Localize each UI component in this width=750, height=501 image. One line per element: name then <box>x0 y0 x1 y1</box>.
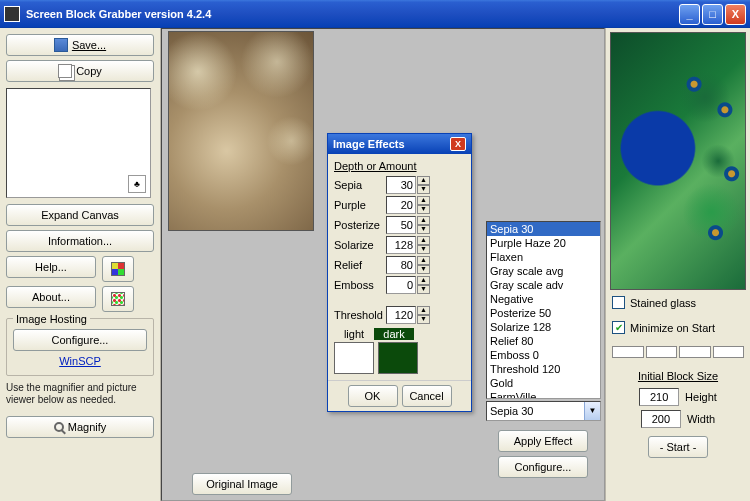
checkbox-icon <box>612 296 625 309</box>
dots-tool-button[interactable] <box>102 286 134 312</box>
save-button[interactable]: Save... <box>6 34 154 56</box>
winscp-link[interactable]: WinSCP <box>13 355 147 367</box>
dots-icon <box>111 292 125 306</box>
list-item[interactable]: Gray scale adv <box>487 278 600 292</box>
effect-value-input[interactable] <box>386 176 416 194</box>
checkbox-icon: ✔ <box>612 321 625 334</box>
effect-value-input[interactable] <box>386 216 416 234</box>
start-button[interactable]: - Start - <box>648 436 708 458</box>
close-window-button[interactable]: X <box>725 4 746 25</box>
effect-label: Posterize <box>334 219 386 231</box>
app-icon <box>4 6 20 22</box>
about-button[interactable]: About... <box>6 286 96 308</box>
apply-effect-button[interactable]: Apply Effect <box>498 430 588 452</box>
effects-listbox[interactable]: Sepia 30Purple Haze 20FlaxenGray scale a… <box>486 221 601 399</box>
sample-image <box>610 32 746 290</box>
hosting-legend: Image Hosting <box>13 313 90 325</box>
magnify-icon <box>54 422 64 432</box>
image-effects-dialog: Image Effects X Depth or Amount Sepia▲▼P… <box>327 133 472 412</box>
window-title: Screen Block Grabber version 4.2.4 <box>26 8 211 20</box>
effect-label: Purple <box>334 199 386 211</box>
height-label: Height <box>685 391 717 403</box>
effect-label: Solarize <box>334 239 386 251</box>
copy-icon <box>58 64 72 78</box>
help-button[interactable]: Help... <box>6 256 96 278</box>
magnify-button[interactable]: Magnify <box>6 416 154 438</box>
minimize-window-button[interactable]: _ <box>679 4 700 25</box>
list-item[interactable]: Solarize 128 <box>487 320 600 334</box>
spin-up[interactable]: ▲ <box>417 176 430 185</box>
spin-down[interactable]: ▼ <box>417 265 430 274</box>
copy-label: Copy <box>76 65 102 77</box>
list-item[interactable]: Gray scale avg <box>487 264 600 278</box>
spin-up[interactable]: ▲ <box>417 256 430 265</box>
spin-up[interactable]: ▲ <box>417 196 430 205</box>
effect-value-input[interactable] <box>386 256 416 274</box>
dark-label: dark <box>374 328 414 340</box>
effect-value-input[interactable] <box>386 196 416 214</box>
ok-button[interactable]: OK <box>348 385 398 407</box>
copy-button[interactable]: Copy <box>6 60 154 82</box>
window-titlebar: Screen Block Grabber version 4.2.4 _ □ X <box>0 0 750 28</box>
spin-down[interactable]: ▼ <box>417 185 430 194</box>
effect-value-input[interactable] <box>386 236 416 254</box>
save-icon <box>54 38 68 52</box>
combo-dropdown-button[interactable]: ▼ <box>584 402 600 420</box>
dialog-titlebar[interactable]: Image Effects X <box>328 134 471 154</box>
spin-down[interactable]: ▼ <box>417 285 430 294</box>
save-label: Save... <box>72 39 106 51</box>
left-panel: Save... Copy ♣ Expand Canvas Information… <box>0 28 161 501</box>
spin-up[interactable]: ▲ <box>417 236 430 245</box>
grid-icon <box>111 262 125 276</box>
list-item[interactable]: Posterize 50 <box>487 306 600 320</box>
right-panel: Stained glass ✔Minimize on Start Initial… <box>605 28 750 501</box>
stained-glass-checkbox[interactable]: Stained glass <box>612 296 744 309</box>
grid-tool-button[interactable] <box>102 256 134 282</box>
list-item[interactable]: Purple Haze 20 <box>487 236 600 250</box>
list-item[interactable]: Threshold 120 <box>487 362 600 376</box>
effect-value-input[interactable] <box>386 276 416 294</box>
threshold-input[interactable] <box>386 306 416 324</box>
color-palette[interactable] <box>612 346 744 358</box>
depth-heading: Depth or Amount <box>334 160 465 172</box>
threshold-label: Threshold <box>334 309 386 321</box>
list-item[interactable]: Negative <box>487 292 600 306</box>
width-label: Width <box>687 413 715 425</box>
height-input[interactable] <box>639 388 679 406</box>
minimize-on-start-checkbox[interactable]: ✔Minimize on Start <box>612 321 744 334</box>
list-item[interactable]: Flaxen <box>487 250 600 264</box>
dialog-close-button[interactable]: X <box>450 137 466 151</box>
list-item[interactable]: Sepia 30 <box>487 222 600 236</box>
information-button[interactable]: Information... <box>6 230 154 252</box>
canvas-area: Original Image Image Effects X Depth or … <box>161 28 605 501</box>
preview-handle[interactable]: ♣ <box>128 175 146 193</box>
preview-pane: ♣ <box>6 88 151 198</box>
list-item[interactable]: FarmVille <box>487 390 600 399</box>
list-item[interactable]: Relief 80 <box>487 334 600 348</box>
effect-label: Relief <box>334 259 386 271</box>
maximize-window-button[interactable]: □ <box>702 4 723 25</box>
spin-down[interactable]: ▼ <box>417 245 430 254</box>
effects-combo[interactable]: Sepia 30▼ <box>486 401 601 421</box>
light-swatch[interactable] <box>334 342 374 374</box>
spin-down[interactable]: ▼ <box>417 225 430 234</box>
effect-label: Emboss <box>334 279 386 291</box>
block-size-title: Initial Block Size <box>610 370 746 382</box>
original-image-button[interactable]: Original Image <box>192 473 292 495</box>
effect-label: Sepia <box>334 179 386 191</box>
list-item[interactable]: Gold <box>487 376 600 390</box>
spin-up[interactable]: ▲ <box>417 306 430 315</box>
dark-swatch[interactable] <box>378 342 418 374</box>
spin-up[interactable]: ▲ <box>417 276 430 285</box>
cancel-button[interactable]: Cancel <box>402 385 452 407</box>
spin-up[interactable]: ▲ <box>417 216 430 225</box>
image-hosting-group: Image Hosting Configure... WinSCP <box>6 318 154 376</box>
width-input[interactable] <box>641 410 681 428</box>
working-image <box>168 31 314 231</box>
spin-down[interactable]: ▼ <box>417 205 430 214</box>
effects-configure-button[interactable]: Configure... <box>498 456 588 478</box>
spin-down[interactable]: ▼ <box>417 315 430 324</box>
hosting-configure-button[interactable]: Configure... <box>13 329 147 351</box>
list-item[interactable]: Emboss 0 <box>487 348 600 362</box>
expand-canvas-button[interactable]: Expand Canvas <box>6 204 154 226</box>
